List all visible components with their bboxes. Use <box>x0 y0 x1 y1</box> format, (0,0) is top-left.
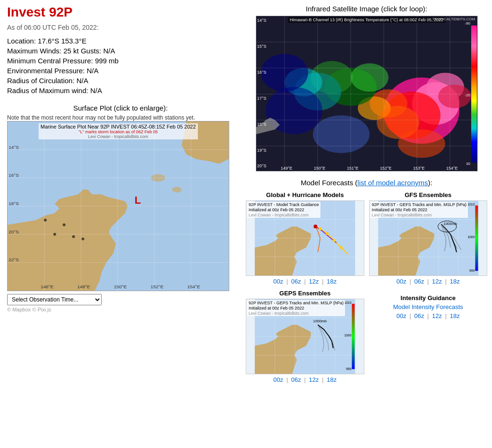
gfs-ensembles-title: GFS Ensembles <box>369 191 488 198</box>
svg-point-91 <box>340 246 343 249</box>
surface-map[interactable]: 14°S 16°S 18°S 20°S 22°S 146°E 148°E 150… <box>7 121 229 291</box>
svg-text:20°S: 20°S <box>9 229 19 234</box>
svg-text:1010: 1010 <box>467 203 475 206</box>
location-label: Location: <box>7 37 36 45</box>
global-hurricane-00z[interactable]: 00z <box>273 278 283 285</box>
svg-point-87 <box>314 224 318 228</box>
svg-text:-90: -90 <box>465 21 470 26</box>
svg-text:150°E: 150°E <box>314 166 326 171</box>
global-hurricane-watermark: Levi Cowan - tropicaltidbits.com <box>249 213 319 218</box>
observation-time-select[interactable]: Select Observation Time... <box>7 294 102 305</box>
svg-rect-74 <box>471 26 477 163</box>
observation-time-select-wrapper: Select Observation Time... <box>7 294 234 305</box>
satellite-watermark: TROPICALTIDBITS.COM <box>432 17 475 21</box>
location-value: 17.6°S 153.3°E <box>38 37 86 45</box>
svg-text:16°S: 16°S <box>257 70 267 75</box>
map-attribution: © Mapbox © Pixi.js <box>7 307 234 312</box>
intensity-00z[interactable]: 00z <box>397 312 406 319</box>
global-hurricane-06z[interactable]: 06z <box>291 278 301 285</box>
svg-text:15°S: 15°S <box>257 44 267 49</box>
geps-watermark: Levi Cowan - tropicaltidbits.com <box>249 311 344 316</box>
svg-text:18°S: 18°S <box>257 122 267 127</box>
global-hurricane-links: 00z | 06z | 12z | 18z <box>246 278 364 285</box>
geps-ensembles-card: GEPS Ensembles <box>246 290 364 383</box>
env-pressure-label: Environmental Pressure: <box>7 67 85 75</box>
svg-point-30 <box>81 238 84 241</box>
gusts-label: Gusts: <box>81 47 101 55</box>
svg-text:154°E: 154°E <box>187 284 200 289</box>
geps-ensembles-title: GEPS Ensembles <box>246 290 364 297</box>
gfs-ensembles-img-label: 92P INVEST - GEFS Tracks and Min. MSLP (… <box>371 202 468 218</box>
gfs-06z[interactable]: 06z <box>414 278 424 285</box>
svg-point-26 <box>44 219 47 222</box>
geps-img-sublabel: Initialized at 00z Feb 05 2022 <box>249 306 344 311</box>
left-panel: Invest 92P As of 06:00 UTC Feb 05, 2022:… <box>0 0 241 388</box>
max-winds-line: Maximum Winds: 25 kt Gusts: N/A <box>7 47 234 55</box>
gusts-value: N/A <box>103 47 115 55</box>
gfs-ensembles-links: 00z | 06z | 12z | 18z <box>369 278 488 285</box>
geps-12z[interactable]: 12z <box>309 376 319 383</box>
svg-text:30: 30 <box>466 162 470 166</box>
svg-text:16°S: 16°S <box>9 172 19 178</box>
svg-point-4 <box>172 187 181 192</box>
gfs-12z[interactable]: 12z <box>432 278 442 285</box>
global-hurricane-title: Global + Hurricane Models <box>246 191 364 198</box>
as-of-line: As of 06:00 UTC Feb 05, 2022: <box>7 24 234 31</box>
radius-max-wind-val: N/A <box>90 86 102 95</box>
model-grid: Global + Hurricane Models <box>246 191 487 383</box>
radius-circ-val: N/A <box>77 77 88 85</box>
model-acronyms-link[interactable]: list of model acronyms <box>357 179 428 187</box>
geps-06z[interactable]: 06z <box>291 376 301 383</box>
svg-point-40 <box>351 63 388 92</box>
svg-point-90 <box>333 239 336 242</box>
svg-point-28 <box>53 233 56 236</box>
model-intensity-forecasts-link[interactable]: Model Intensity Forecasts <box>369 303 488 310</box>
invest-title: Invest 92P <box>7 5 234 20</box>
svg-text:1000: 1000 <box>344 334 352 337</box>
intensity-guidance-links: 00z | 06z | 12z | 18z <box>369 312 488 319</box>
gfs-img-title: 92P INVEST - GEFS Tracks and Min. MSLP (… <box>372 202 467 207</box>
svg-text:19°S: 19°S <box>257 148 267 153</box>
intensity-12z[interactable]: 12z <box>432 312 442 319</box>
satellite-image[interactable]: 14°S 15°S 16°S 17°S 18°S 19°S 20°S 149°E… <box>256 16 478 172</box>
gfs-18z[interactable]: 18z <box>450 278 460 285</box>
geps-ensembles-img[interactable]: 1000mb 1010 1000 <box>246 299 364 374</box>
right-panel: Infrared Satellite Image (click for loop… <box>241 0 492 388</box>
global-hurricane-12z[interactable]: 12z <box>309 278 319 285</box>
svg-point-29 <box>72 235 75 238</box>
geps-18z[interactable]: 18z <box>327 376 337 383</box>
svg-text:152°E: 152°E <box>380 166 392 171</box>
geps-ensembles-links: 00z | 06z | 12z | 18z <box>246 376 364 383</box>
intensity-06z[interactable]: 06z <box>414 312 424 319</box>
svg-text:20°S: 20°S <box>257 164 267 168</box>
env-pressure-val: N/A <box>86 67 98 75</box>
geps-img-title: 92P INVEST - GEPS Tracks and Min. MSLP (… <box>249 301 344 306</box>
gfs-00z[interactable]: 00z <box>397 278 406 285</box>
svg-text:154°E: 154°E <box>446 166 458 171</box>
svg-text:22°S: 22°S <box>9 257 19 262</box>
svg-text:-20: -20 <box>465 93 470 97</box>
svg-text:1000: 1000 <box>467 235 475 239</box>
svg-point-89 <box>326 232 328 235</box>
geps-00z[interactable]: 00z <box>273 376 283 383</box>
surface-note: Note that the most recent hour may not b… <box>7 114 234 121</box>
svg-rect-103 <box>475 206 478 271</box>
svg-text:151°E: 151°E <box>347 166 359 171</box>
max-winds-kt: 25 kt <box>63 47 79 55</box>
svg-rect-117 <box>352 304 354 369</box>
surface-map-watermark: Levi Cowan - tropicaltidbits.com <box>41 134 196 139</box>
svg-text:17°S: 17°S <box>257 96 267 101</box>
svg-text:1010: 1010 <box>344 301 352 304</box>
model-forecasts-section: Model Forecasts (list of model acronyms)… <box>246 179 487 383</box>
intensity-guidance-card: Intensity Guidance Model Intensity Forec… <box>369 294 488 383</box>
intensity-guidance-title: Intensity Guidance <box>369 294 488 302</box>
svg-text:149°E: 149°E <box>281 166 293 171</box>
svg-text:1000mb: 1000mb <box>313 319 327 323</box>
gfs-ensembles-img[interactable]: 1000mb 1010 1000 <box>369 200 488 276</box>
svg-text:150°E: 150°E <box>114 284 127 289</box>
surface-section: Surface Plot (click to enlarge): Note th… <box>7 104 234 312</box>
surface-map-svg: 14°S 16°S 18°S 20°S 22°S 146°E 148°E 150… <box>8 121 229 291</box>
global-hurricane-18z[interactable]: 18z <box>327 278 337 285</box>
intensity-18z[interactable]: 18z <box>450 312 460 319</box>
global-hurricane-img[interactable]: 92P INVEST - Model Track Guidance Initia… <box>246 200 364 276</box>
